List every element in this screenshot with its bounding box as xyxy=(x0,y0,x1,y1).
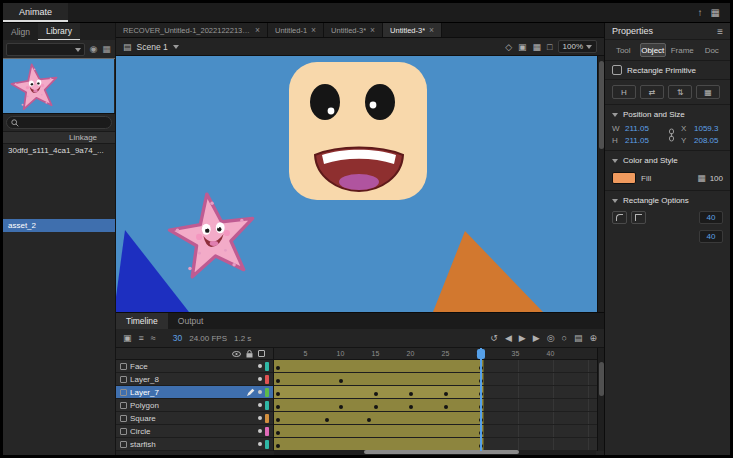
timeline-layer-row[interactable]: Face xyxy=(116,360,273,373)
timeline-layer-row[interactable]: Layer_8 xyxy=(116,373,273,386)
tab-timeline[interactable]: Timeline xyxy=(116,313,168,329)
frame-span[interactable] xyxy=(274,412,484,424)
workspace-switcher-icon[interactable]: ▦ xyxy=(711,7,720,18)
timeline-layer-row[interactable]: Circle xyxy=(116,425,273,438)
fit-to-window-icon[interactable]: □ xyxy=(547,42,552,52)
snapping-icon[interactable]: ▦ xyxy=(533,42,542,52)
keyframe-dot[interactable] xyxy=(325,418,329,422)
timeline-layer-row[interactable]: Polygon xyxy=(116,399,273,412)
layer-visibility-dot[interactable] xyxy=(258,429,262,433)
canvas-vertical-scrollbar[interactable] xyxy=(597,56,604,312)
play-icon[interactable]: ▶ xyxy=(519,333,526,343)
close-tab-icon[interactable]: × xyxy=(311,25,316,35)
keyframe-dot[interactable] xyxy=(367,418,371,422)
corner-radius-field-1[interactable]: 40 xyxy=(699,211,723,224)
more-options-icon[interactable]: ▦ xyxy=(696,85,720,99)
fill-alpha-value[interactable]: 100 xyxy=(710,174,723,183)
frame-span[interactable] xyxy=(274,438,484,450)
timeline-track-row[interactable] xyxy=(274,399,604,412)
timeline-vertical-scrollbar[interactable] xyxy=(597,348,604,451)
keyframe-dot[interactable] xyxy=(276,431,280,435)
center-frame-icon[interactable]: ⊕ xyxy=(589,333,597,343)
timeline-hscroll-thumb[interactable] xyxy=(364,450,519,454)
frame-span[interactable] xyxy=(274,360,484,372)
library-item[interactable]: asset_2 xyxy=(3,219,115,232)
layer-visibility-dot[interactable] xyxy=(258,364,262,368)
frame-span[interactable] xyxy=(274,386,484,398)
camera-icon[interactable]: ▣ xyxy=(518,42,527,52)
keyframe-dot[interactable] xyxy=(409,405,413,409)
layer-depth-icon[interactable]: ≡ xyxy=(139,333,144,343)
new-library-panel-icon[interactable]: ▦ xyxy=(101,44,112,54)
keyframe-dot[interactable] xyxy=(276,405,280,409)
onion-skin-outline-icon[interactable]: ○ xyxy=(562,333,567,343)
tab-frame[interactable]: Frame xyxy=(669,43,696,57)
keyframe-dot[interactable] xyxy=(339,405,343,409)
tab-doc[interactable]: Doc xyxy=(699,43,726,57)
timeline-horizontal-scrollbar[interactable] xyxy=(274,450,596,455)
outline-column-icon[interactable] xyxy=(258,350,265,357)
tab-output[interactable]: Output xyxy=(168,313,214,329)
keyframe-dot[interactable] xyxy=(276,392,280,396)
keyframe-dot[interactable] xyxy=(374,392,378,396)
stage-canvas[interactable] xyxy=(116,56,604,312)
fill-color-swatch[interactable] xyxy=(612,172,636,184)
keyframe-dot[interactable] xyxy=(276,366,280,370)
library-item[interactable]: 30dfd_s111_4ca1_9a74_... xyxy=(3,144,115,157)
lock-column-icon[interactable] xyxy=(246,350,253,358)
playhead-marker[interactable] xyxy=(477,349,485,359)
keyframe-dot[interactable] xyxy=(374,405,378,409)
close-tab-icon[interactable]: × xyxy=(370,25,375,35)
tab-tool[interactable]: Tool xyxy=(610,43,637,57)
frame-rate-label[interactable]: 24.00 FPS xyxy=(189,334,227,343)
single-radius-icon[interactable] xyxy=(612,211,627,224)
close-tab-icon[interactable]: × xyxy=(429,25,434,35)
close-tab-icon[interactable]: × xyxy=(255,25,260,35)
w-value[interactable]: 211.05 xyxy=(625,124,661,133)
timeline-track-row[interactable] xyxy=(274,373,604,386)
rectangle-options-section-header[interactable]: Rectangle Options xyxy=(605,191,730,208)
keyframe-dot[interactable] xyxy=(409,392,413,396)
layer-visibility-dot[interactable] xyxy=(258,377,262,381)
tab-library[interactable]: Library xyxy=(38,23,80,40)
keyframe-dot[interactable] xyxy=(444,405,448,409)
layer-visibility-dot[interactable] xyxy=(258,390,262,394)
layer-visibility-dot[interactable] xyxy=(258,403,262,407)
share-icon[interactable]: ↑ xyxy=(698,7,703,18)
step-forward-icon[interactable]: ▶ xyxy=(533,333,540,343)
frame-span[interactable] xyxy=(274,373,484,385)
timeline-layer-row[interactable]: Layer_7 xyxy=(116,386,273,399)
step-back-icon[interactable]: ◀ xyxy=(505,333,512,343)
search-input[interactable] xyxy=(22,118,107,127)
graph-editor-icon[interactable]: ≈ xyxy=(151,333,156,343)
independent-radius-icon[interactable] xyxy=(631,211,646,224)
edit-symbols-icon[interactable]: ◇ xyxy=(505,42,512,52)
face-shape-group[interactable] xyxy=(289,62,427,200)
x-value[interactable]: 1059.3 xyxy=(694,124,730,133)
frame-span[interactable] xyxy=(274,425,484,437)
document-tab[interactable]: Untitled-3*× xyxy=(383,23,442,37)
playhead-line[interactable] xyxy=(480,348,482,451)
document-tab[interactable]: RECOVER_Untitled-1_20221222133811.fla*× xyxy=(116,23,268,37)
onion-skin-icon[interactable]: ◎ xyxy=(547,333,555,343)
keyframe-dot[interactable] xyxy=(339,379,343,383)
timeline-track-row[interactable] xyxy=(274,425,604,438)
document-tab[interactable]: Untitled-1× xyxy=(268,23,324,37)
keyframe-dot[interactable] xyxy=(444,392,448,396)
timeline-track-row[interactable] xyxy=(274,412,604,425)
flip-horizontal-icon[interactable]: H xyxy=(612,85,636,99)
tab-align[interactable]: Align xyxy=(3,23,38,40)
color-style-section-header[interactable]: Color and Style xyxy=(605,151,730,168)
edit-multiple-frames-icon[interactable]: ▤ xyxy=(574,333,583,343)
keyframe-dot[interactable] xyxy=(276,379,280,383)
layer-visibility-dot[interactable] xyxy=(258,416,262,420)
timeline-layer-row[interactable]: starfish xyxy=(116,438,273,451)
y-value[interactable]: 208.05 xyxy=(694,136,730,145)
keyframe-dot[interactable] xyxy=(276,418,280,422)
insert-camera-icon[interactable]: ▣ xyxy=(123,333,132,343)
layer-visibility-dot[interactable] xyxy=(258,442,262,446)
tab-object[interactable]: Object xyxy=(640,43,667,57)
tab-animate[interactable]: Animate xyxy=(3,3,68,22)
pin-library-icon[interactable]: ◉ xyxy=(88,44,99,54)
zoom-select[interactable]: 100% xyxy=(558,40,597,53)
